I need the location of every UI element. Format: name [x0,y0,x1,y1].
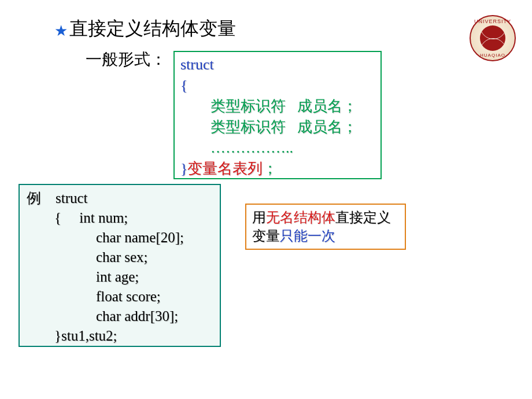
university-seal-icon: UNIVERSITY HUAQIAO [470,15,516,61]
example-label: 例 [27,190,41,206]
type-identifier: 类型标识符 [210,98,286,114]
brace-open: { [180,77,187,94]
semicolon: ； [263,160,278,177]
ex-close-line: }stu1,stu2; [27,326,117,346]
syntax-definition-box: struct { 类型标识符 成员名； 类型标识符 成员名； …………….. }… [173,51,382,179]
type-identifier-2: 类型标识符 [210,119,286,135]
seal-text-top: UNIVERSITY [474,19,511,24]
member-name-2: 成员名； [297,119,357,135]
slide-subtitle: 一般形式： [86,49,167,71]
ex-struct: struct [56,190,88,206]
slide-title: 直接定义结构体变量 [69,16,236,42]
bullet-star-icon: ★ [54,22,68,40]
callout-note-box: 用无名结构体直接定义变量只能一次 [245,204,406,250]
ex-line6: char addr[30]; [27,306,178,326]
callout-blue: 只能一次 [280,228,335,243]
example-code-box: 例 struct { int num; char name[20]; char … [19,184,221,347]
ex-line5: float score; [27,287,161,306]
member-name: 成员名； [297,98,357,114]
ex-line4: int age; [27,267,139,287]
ex-line3: char sex; [27,247,148,267]
ex-brace-open: { int num; [27,208,128,228]
callout-red: 无名结构体 [266,210,335,225]
variable-list: 变量名表列 [187,160,263,177]
ex-line2: char name[20]; [27,228,184,247]
globe-icon [480,25,505,51]
keyword-struct: struct [180,56,214,73]
ellipsis: …………….. [210,139,293,156]
brace-close: } [180,160,187,177]
callout-pre: 用 [252,210,266,225]
seal-text-bottom: HUAQIAO [480,53,505,58]
